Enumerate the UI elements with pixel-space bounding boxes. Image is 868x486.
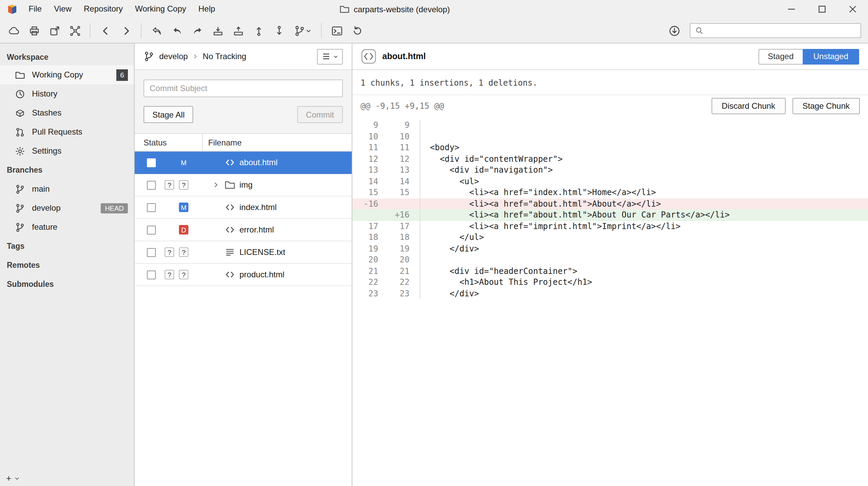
file-row-license[interactable]: ? ? LICENSE.txt <box>135 241 352 264</box>
diff-line: 2222 <h1>About This Project</h1> <box>352 277 868 288</box>
pop-stash-button[interactable] <box>228 21 248 40</box>
search-input[interactable] <box>707 25 856 36</box>
diff-line: 1717 <li><a href="imprint.html">Imprint<… <box>352 221 868 232</box>
commit-button[interactable]: Commit <box>297 106 343 123</box>
status-column-header: Status <box>135 134 203 151</box>
diff-body: 99 1010 1111<body> 1212 <div id="content… <box>352 117 868 299</box>
refresh-button[interactable] <box>347 21 367 40</box>
staged-tab[interactable]: Staged <box>758 49 802 64</box>
file-table-header: Status Filename <box>135 134 352 152</box>
search-icon <box>695 26 704 35</box>
file-name: LICENSE.txt <box>239 247 285 257</box>
branch-label: main <box>32 184 50 194</box>
file-row-img[interactable]: ? ? img <box>135 174 352 196</box>
branch-icon <box>144 51 154 62</box>
external-link-icon <box>49 25 60 36</box>
sidebar-item-stashes[interactable]: Stashes <box>0 103 134 122</box>
file-row-error[interactable]: D error.html <box>135 219 352 241</box>
menu-view[interactable]: View <box>48 0 78 18</box>
file-row-about[interactable]: M about.html <box>135 152 352 174</box>
sidebar-item-history[interactable]: History <box>0 84 134 103</box>
menu-working-copy[interactable]: Working Copy <box>129 0 192 18</box>
status-badge-untracked: ? <box>165 270 174 279</box>
sidebar-branch-feature[interactable]: feature <box>0 218 134 237</box>
branch-label: feature <box>32 222 57 232</box>
file-name: error.html <box>239 225 274 235</box>
sidebar-item-working-copy[interactable]: Working Copy 6 <box>0 65 134 84</box>
status-badge-modified: M <box>179 203 188 212</box>
diff-line: 2121 <div id="headerContainer"> <box>352 265 868 277</box>
stage-all-button[interactable]: Stage All <box>144 106 194 123</box>
chevron-right-icon <box>193 54 198 59</box>
toolbar <box>0 18 868 44</box>
file-row-product[interactable]: ? ? product.html <box>135 264 352 286</box>
stage-checkbox[interactable] <box>147 180 156 189</box>
close-button[interactable] <box>837 0 868 18</box>
arrow-down-icon <box>273 25 285 36</box>
fetch-remote-button[interactable] <box>3 21 24 40</box>
commit-panel: develop No Tracking Stage All Commit S <box>135 44 352 486</box>
git-flow-button[interactable] <box>65 21 85 40</box>
status-badge-untracked: ? <box>165 247 174 257</box>
push-button[interactable] <box>187 21 207 40</box>
pull-request-icon <box>15 127 25 137</box>
expand-chevron-icon[interactable] <box>213 181 219 188</box>
file-row-index[interactable]: M index.html <box>135 196 352 219</box>
stage-checkbox[interactable] <box>147 203 156 212</box>
push-branch-button[interactable] <box>248 21 269 40</box>
branch-icon <box>15 222 25 232</box>
fetch-status-button[interactable] <box>664 21 684 40</box>
pull-branch-button[interactable] <box>269 21 289 40</box>
tray-down-arrow-icon <box>212 25 223 36</box>
branch-menu-button[interactable] <box>289 21 316 40</box>
pull-button[interactable] <box>167 21 187 40</box>
workspace-section-header: Workspace <box>0 49 134 65</box>
open-external-button[interactable] <box>44 21 65 40</box>
submodules-section-header: Submodules <box>0 275 134 294</box>
maximize-button[interactable] <box>807 0 837 18</box>
stage-chunk-button[interactable]: Stage Chunk <box>792 98 860 114</box>
toolbar-separator <box>90 23 90 38</box>
terminal-button[interactable] <box>327 21 347 40</box>
branch-label: develop <box>32 203 61 213</box>
sidebar-item-settings[interactable]: Settings <box>0 141 134 160</box>
code-file-icon <box>224 224 235 235</box>
stash-button[interactable] <box>207 21 228 40</box>
print-button[interactable] <box>24 21 44 40</box>
branch-icon <box>15 184 25 194</box>
stage-checkbox[interactable] <box>147 248 156 257</box>
status-badge-untracked: ? <box>179 180 188 190</box>
tracking-status: No Tracking <box>203 52 246 61</box>
chunk-range-label: @@ -9,15 +9,15 @@ <box>361 101 444 111</box>
add-repository-button[interactable]: + <box>6 473 19 483</box>
stage-checkbox[interactable] <box>147 158 156 167</box>
back-button[interactable] <box>95 21 116 40</box>
file-name: index.html <box>239 203 277 212</box>
commit-subject-input[interactable] <box>144 80 343 97</box>
toolbar-separator <box>141 23 141 38</box>
sidebar-branch-develop[interactable]: develop HEAD <box>0 198 134 218</box>
folder-icon <box>15 70 25 80</box>
menu-file[interactable]: File <box>22 0 48 18</box>
diff-line: 1818 </ul> <box>352 232 868 243</box>
stash-box-icon <box>15 108 25 118</box>
commit-options-menu-button[interactable] <box>317 49 343 64</box>
diff-line: 1212 <div id="contentWrapper"> <box>352 153 868 164</box>
minimize-button[interactable] <box>776 0 807 18</box>
forward-button[interactable] <box>116 21 136 40</box>
stage-checkbox[interactable] <box>147 270 156 279</box>
sidebar-item-pull-requests[interactable]: Pull Requests <box>0 122 134 141</box>
fetch-button[interactable] <box>146 21 167 40</box>
current-branch-name: develop <box>159 52 188 61</box>
curved-arrow-left-icon <box>171 25 183 36</box>
diff-line: 1919 </div> <box>352 243 868 254</box>
cloud-icon <box>8 25 19 36</box>
stage-checkbox[interactable] <box>147 225 156 234</box>
menu-help[interactable]: Help <box>192 0 221 18</box>
menu-repository[interactable]: Repository <box>78 0 129 18</box>
discard-chunk-button[interactable]: Discard Chunk <box>712 98 785 114</box>
sidebar: Workspace Working Copy 6 History Stashes <box>0 44 135 486</box>
unstaged-tab[interactable]: Unstaged <box>802 49 859 64</box>
sidebar-branch-main[interactable]: main <box>0 179 134 198</box>
menu-bar: File View Repository Working Copy Help <box>22 0 221 18</box>
